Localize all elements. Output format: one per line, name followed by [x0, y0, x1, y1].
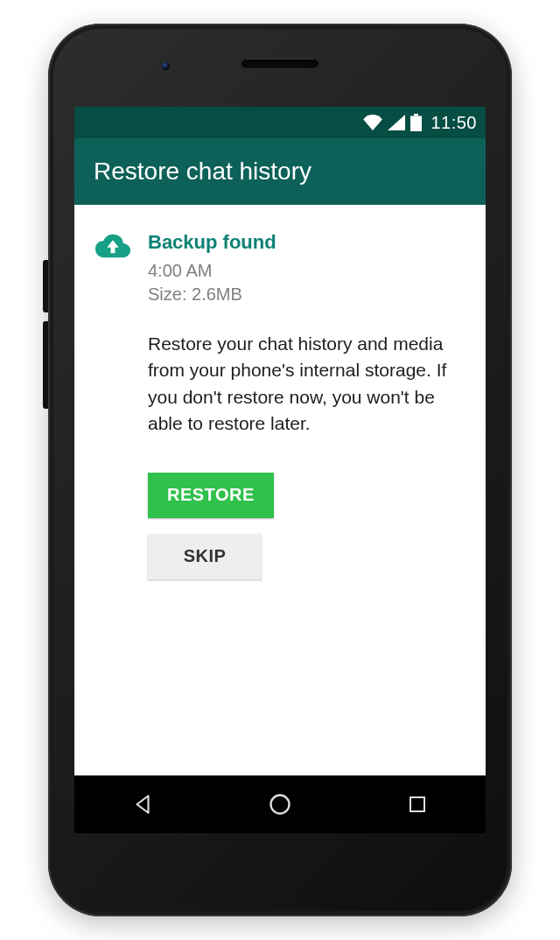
- screen: 11:50 Restore chat history Backup: [74, 107, 486, 833]
- home-icon[interactable]: [266, 790, 294, 818]
- phone-frame: 11:50 Restore chat history Backup: [48, 24, 512, 916]
- recents-icon[interactable]: [403, 790, 431, 818]
- volume-button: [43, 260, 48, 312]
- button-group: RESTORE SKIP: [148, 473, 465, 579]
- backup-heading: Backup found: [148, 231, 465, 254]
- status-bar: 11:50: [74, 107, 486, 138]
- page-title: Restore chat history: [94, 158, 312, 186]
- power-button: [43, 321, 48, 409]
- backup-size: Size: 2.6MB: [148, 283, 465, 306]
- backup-description: Restore your chat history and media from…: [148, 331, 465, 438]
- backup-time: 4:00 AM: [148, 259, 465, 283]
- stage: 11:50 Restore chat history Backup: [0, 0, 560, 940]
- svg-rect-3: [410, 797, 424, 811]
- svg-rect-0: [414, 114, 418, 116]
- cloud-icon-column: [95, 231, 130, 263]
- restore-button[interactable]: RESTORE: [148, 473, 274, 518]
- status-time: 11:50: [430, 113, 477, 133]
- back-icon[interactable]: [129, 790, 157, 818]
- wifi-icon: [363, 115, 382, 130]
- battery-icon: [410, 114, 422, 131]
- skip-button[interactable]: SKIP: [148, 534, 262, 579]
- svg-rect-1: [410, 116, 422, 132]
- android-nav-bar: [74, 775, 486, 833]
- proximity-sensor: [162, 62, 170, 70]
- svg-point-2: [270, 796, 289, 814]
- earpiece: [241, 59, 319, 69]
- main-column: Backup found 4:00 AM Size: 2.6MB Restore…: [148, 231, 465, 579]
- cellular-icon: [388, 115, 405, 130]
- content-area: Backup found 4:00 AM Size: 2.6MB Restore…: [74, 205, 486, 579]
- cloud-upload-icon: [95, 247, 130, 262]
- app-bar: Restore chat history: [74, 138, 486, 205]
